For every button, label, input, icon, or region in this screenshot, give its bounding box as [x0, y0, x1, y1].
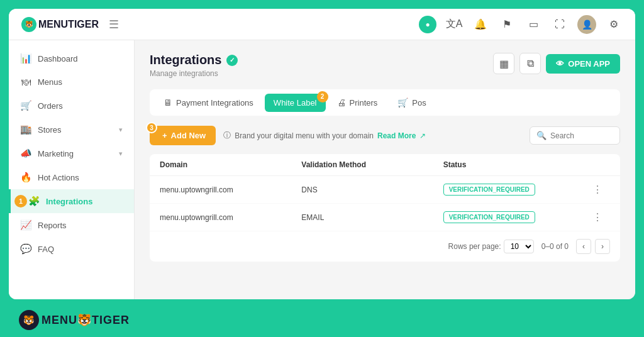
toggle-icon[interactable]: ● — [419, 16, 436, 33]
sidebar-item-stores[interactable]: 🏬 Stores ▾ — [9, 118, 134, 141]
read-more-link[interactable]: Read More — [377, 131, 416, 140]
data-table: Domain Validation Method Status menu.upt… — [150, 154, 620, 262]
tab-payment-integrations[interactable]: 🖥 Payment Integrations — [155, 93, 262, 112]
rows-per-page-select[interactable]: 10 25 50 — [504, 240, 534, 253]
page-subtitle: Manage integrations — [150, 69, 238, 78]
logo-tiger-icon: 🐯 — [21, 17, 36, 32]
col-header-validation: Validation Method — [301, 160, 443, 169]
top-header: 🐯 MENUTIGER ☰ ● 文A 🔔 ⚑ ▭ ⛶ 👤 ⚙ — [9, 9, 635, 40]
integrations-icon: 🧩 — [28, 196, 40, 207]
add-new-label: Add New — [171, 131, 206, 140]
sidebar-label-dashboard: Dashboard — [38, 54, 78, 64]
pos-tab-label: Pos — [412, 98, 426, 108]
search-box: 🔍 — [530, 126, 620, 145]
copy-button[interactable]: ⧉ — [519, 53, 541, 74]
validation-cell-1: DNS — [301, 185, 443, 194]
stores-chevron-icon: ▾ — [119, 126, 123, 134]
next-page-button[interactable]: › — [595, 239, 610, 254]
sidebar-label-reports: Reports — [38, 221, 67, 230]
sidebar-item-hot-actions[interactable]: 🔥 Hot Actions — [9, 165, 134, 189]
payment-tab-label: Payment Integrations — [176, 98, 253, 108]
pagination-row: Rows per page: 10 25 50 0–0 of 0 ‹ › — [150, 231, 620, 262]
bottom-logo-text: MENU🐯TIGER — [42, 313, 130, 327]
white-label-step-badge: 2 — [317, 91, 328, 102]
rows-per-page: Rows per page: 10 25 50 — [448, 240, 534, 253]
sidebar-label-faq: FAQ — [38, 245, 54, 254]
translate-icon[interactable]: 文A — [445, 16, 463, 33]
validation-cell-2: EMAIL — [301, 213, 443, 222]
white-label-tab-label: White Label — [274, 98, 317, 108]
status-badge-1: VERIFICATION_REQUIRED — [443, 184, 535, 196]
tab-printers[interactable]: 🖨 Printers — [328, 93, 387, 112]
sidebar-label-integrations: Integrations — [46, 197, 92, 206]
header-left: 🐯 MENUTIGER ☰ — [21, 17, 119, 32]
open-app-label: OPEN APP — [568, 59, 610, 69]
page-title-area: Integrations ✓ Manage integrations — [150, 53, 238, 78]
sidebar-label-orders: Orders — [38, 101, 63, 111]
rows-per-page-label: Rows per page: — [448, 242, 501, 251]
sidebar-label-hot-actions: Hot Actions — [38, 173, 79, 182]
search-icon: 🔍 — [536, 131, 547, 140]
sidebar: 📊 Dashboard 🍽 Menus 🛒 Orders 🏬 Stores ▾ … — [9, 40, 135, 299]
bottom-tiger-icon: 🐯 — [19, 310, 39, 330]
flag-icon[interactable]: ⚑ — [498, 16, 516, 33]
sidebar-item-reports[interactable]: 📈 Reports — [9, 213, 134, 237]
tab-white-label[interactable]: 2 White Label — [265, 94, 326, 112]
row-menu-2[interactable]: ⋮ — [585, 211, 610, 223]
app-logo: 🐯 MENUTIGER — [21, 17, 99, 32]
row-menu-1[interactable]: ⋮ — [585, 184, 610, 196]
marketing-chevron-icon: ▾ — [119, 150, 123, 158]
bottom-bar: 🐯 MENU🐯TIGER — [0, 303, 644, 337]
sidebar-item-dashboard[interactable]: 📊 Dashboard — [9, 47, 134, 70]
sidebar-label-stores: Stores — [38, 125, 62, 135]
monitor-icon[interactable]: ▭ — [525, 16, 542, 33]
main-content: Integrations ✓ Manage integrations ▦ ⧉ 👁… — [135, 40, 635, 299]
table-row: menu.uptowngrill.com EMAIL VERIFICATION_… — [150, 204, 620, 231]
info-text: Brand your digital menu with your domain — [235, 131, 374, 140]
qr-code-button[interactable]: ▦ — [493, 53, 514, 74]
payment-tab-icon: 🖥 — [164, 97, 172, 108]
bottom-logo: 🐯 MENU🐯TIGER — [19, 310, 130, 330]
avatar[interactable]: 👤 — [577, 15, 596, 34]
pagination-range: 0–0 of 0 — [541, 242, 569, 251]
table-row: menu.uptowngrill.com DNS VERIFICATION_RE… — [150, 176, 620, 204]
eye-icon: 👁 — [556, 59, 564, 69]
main-container: 🐯 MENUTIGER ☰ ● 文A 🔔 ⚑ ▭ ⛶ 👤 ⚙ 📊 Dashboa… — [9, 9, 635, 299]
status-badge-2: VERIFICATION_REQUIRED — [443, 211, 535, 223]
sidebar-label-menus: Menus — [38, 77, 62, 87]
col-header-domain: Domain — [160, 160, 301, 169]
search-input[interactable] — [550, 131, 613, 140]
open-app-button[interactable]: 👁 OPEN APP — [546, 54, 620, 74]
sidebar-item-menus[interactable]: 🍽 Menus — [9, 70, 134, 94]
page-title: Integrations ✓ — [150, 53, 238, 67]
page-header-actions: ▦ ⧉ 👁 OPEN APP — [493, 53, 620, 74]
expand-icon[interactable]: ⛶ — [551, 16, 569, 33]
sidebar-item-integrations[interactable]: 1 🧩 Integrations — [9, 189, 134, 213]
hamburger-button[interactable]: ☰ — [109, 18, 119, 31]
col-header-actions — [585, 160, 610, 169]
add-new-button[interactable]: 3 + Add New — [150, 126, 216, 145]
tab-pos[interactable]: 🛒 Pos — [389, 93, 435, 112]
table-header: Domain Validation Method Status — [150, 154, 620, 176]
sidebar-item-marketing[interactable]: 📣 Marketing ▾ — [9, 141, 134, 165]
header-right: ● 文A 🔔 ⚑ ▭ ⛶ 👤 ⚙ — [419, 15, 623, 34]
printers-tab-label: Printers — [350, 98, 378, 108]
bell-icon[interactable]: 🔔 — [472, 16, 489, 33]
info-circle-icon: ⓘ — [223, 130, 231, 141]
status-cell-2: VERIFICATION_REQUIRED — [443, 211, 585, 223]
sidebar-item-orders[interactable]: 🛒 Orders — [9, 94, 134, 118]
sidebar-item-faq[interactable]: 💬 FAQ — [9, 237, 134, 261]
stores-icon: 🏬 — [20, 124, 31, 135]
info-text-area: ⓘ Brand your digital menu with your doma… — [223, 130, 426, 141]
prev-page-button[interactable]: ‹ — [576, 239, 591, 254]
sidebar-label-marketing: Marketing — [38, 149, 74, 158]
integrations-step-badge: 1 — [14, 195, 27, 207]
gear-icon[interactable]: ⚙ — [605, 16, 623, 33]
orders-icon: 🛒 — [20, 100, 31, 111]
hamburger-icon: ☰ — [109, 18, 119, 31]
dashboard-icon: 📊 — [20, 53, 31, 64]
marketing-icon: 📣 — [20, 148, 31, 159]
tabs-row: 🖥 Payment Integrations 2 White Label 🖨 P… — [150, 89, 620, 116]
hot-actions-icon: 🔥 — [20, 172, 31, 183]
domain-cell-2: menu.uptowngrill.com — [160, 213, 301, 222]
